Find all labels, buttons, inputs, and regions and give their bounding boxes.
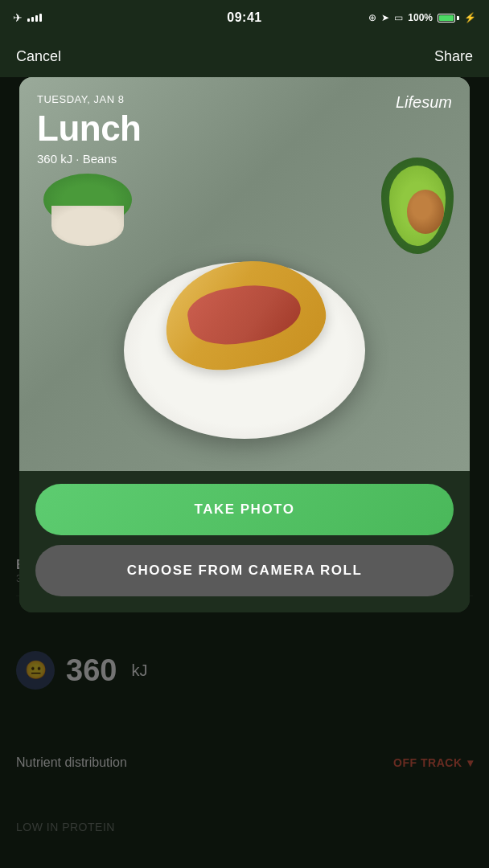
nav-bar: Cancel Share [0, 35, 489, 77]
status-right: ⊕ ➤ ▭ 100% ⚡ [368, 12, 476, 23]
battery-percent: 100% [408, 12, 433, 23]
camera-roll-button[interactable]: CHOOSE FROM CAMERA ROLL [35, 545, 454, 596]
location-icon: ⊕ [368, 12, 376, 23]
peas-bowl [43, 174, 132, 246]
meal-subtitle: 360 kJ · Beans [37, 152, 452, 166]
screen-mirror-icon: ▭ [394, 12, 403, 23]
omelette [156, 249, 333, 380]
charging-icon: ⚡ [464, 12, 476, 23]
status-bar: ✈ 09:41 ⊕ ➤ ▭ 100% ⚡ [0, 0, 489, 35]
battery-tip [457, 16, 459, 20]
signal-bars [27, 14, 42, 22]
status-time: 09:41 [227, 10, 261, 25]
bar2 [31, 17, 34, 22]
battery-fill [439, 15, 454, 21]
plate [124, 262, 365, 439]
bar3 [35, 15, 38, 22]
battery-icon [438, 14, 459, 23]
airplane-icon: ✈ [13, 11, 23, 24]
food-image: TUESDAY, JAN 8 Lunch 360 kJ · Beans Life… [19, 77, 470, 471]
bar1 [27, 18, 30, 22]
battery-body [438, 14, 455, 23]
bar4 [39, 14, 42, 22]
navigation-icon: ➤ [381, 12, 389, 23]
meal-date: TUESDAY, JAN 8 [37, 93, 452, 105]
meal-title: Lunch [37, 108, 452, 149]
take-photo-button[interactable]: TAKE PHOTO [35, 484, 454, 535]
peas-bowl-base [51, 206, 124, 246]
meal-modal-card: TUESDAY, JAN 8 Lunch 360 kJ · Beans Life… [19, 77, 470, 612]
actions-area: TAKE PHOTO CHOOSE FROM CAMERA ROLL [19, 471, 470, 612]
brand-name: Lifesum [396, 93, 452, 112]
avocado-pit [407, 190, 444, 234]
share-button[interactable]: Share [434, 48, 473, 65]
status-left: ✈ [13, 11, 42, 24]
cancel-button[interactable]: Cancel [16, 48, 61, 65]
